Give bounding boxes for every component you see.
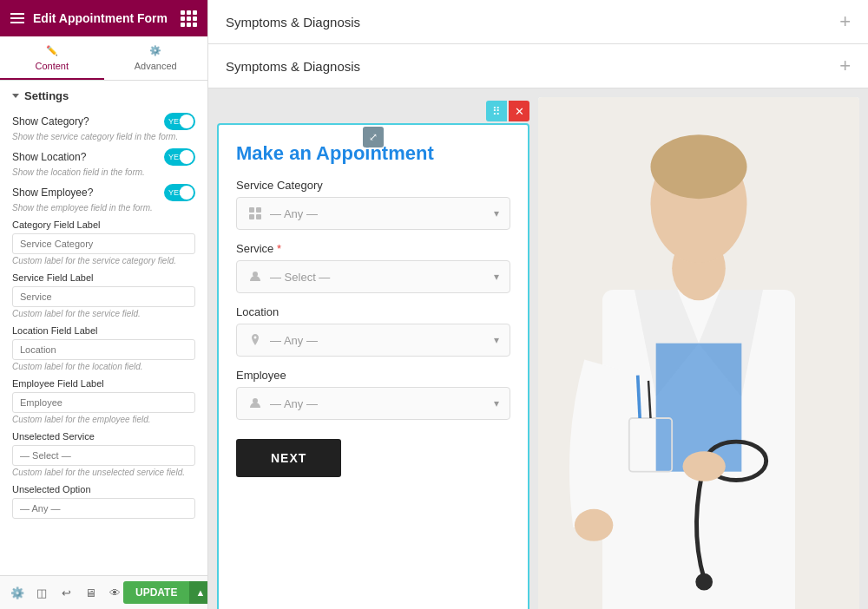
show-location-toggle[interactable]: YES xyxy=(164,148,195,166)
monitor-icon[interactable]: 🖥 xyxy=(82,584,99,601)
show-employee-hint: Show the employee field in the form. xyxy=(12,203,195,213)
show-employee-label: Show Employee? xyxy=(12,187,93,199)
pencil-icon: ✏️ xyxy=(45,43,59,57)
show-location-label-row: Show Location? YES xyxy=(12,148,195,166)
show-employee-row: Show Employee? YES Show the employee fie… xyxy=(12,184,195,213)
accordion-2-title: Symptoms & Diagnosis xyxy=(226,59,360,74)
svg-point-20 xyxy=(683,451,726,481)
employee-field-section: Employee Field Label Custom label for th… xyxy=(12,378,195,424)
accordion-1-title: Symptoms & Diagnosis xyxy=(226,15,360,29)
svg-rect-1 xyxy=(256,207,261,213)
app-title: Edit Appointment Form xyxy=(33,11,168,25)
accordion-2-header[interactable]: Symptoms & Diagnosis + xyxy=(208,44,868,88)
service-field-section: Service Field Label Custom label for the… xyxy=(12,272,195,318)
location-select[interactable]: — Any — ▾ xyxy=(236,324,510,357)
service-category-field: Service Category — Any — ▾ xyxy=(236,179,510,230)
show-location-hint: Show the location field in the form. xyxy=(12,167,195,177)
show-category-hint: Show the service category field in the f… xyxy=(12,132,195,141)
svg-point-19 xyxy=(575,509,613,541)
show-category-row: Show Category? YES Show the service cate… xyxy=(12,113,195,141)
employee-field: Employee — Any — ▾ xyxy=(236,369,510,420)
employee-field-hint: Custom label for the employee field. xyxy=(12,415,195,424)
show-category-toggle[interactable]: YES xyxy=(164,113,195,130)
category-field-title: Category Field Label xyxy=(12,219,195,230)
svg-rect-0 xyxy=(249,207,254,213)
show-location-label: Show Location? xyxy=(12,151,86,163)
move-button[interactable]: ⠿ xyxy=(486,101,507,121)
settings-icon[interactable]: ⚙️ xyxy=(9,584,26,601)
layers-icon[interactable]: ◫ xyxy=(33,584,50,601)
show-category-label: Show Category? xyxy=(12,115,89,128)
resize-button[interactable]: ⤢ xyxy=(363,127,384,147)
settings-title: Settings xyxy=(12,89,195,102)
undo-icon[interactable]: ↩ xyxy=(57,584,75,601)
show-category-label-row: Show Category? YES xyxy=(12,113,195,130)
next-button[interactable]: NEXT xyxy=(236,439,341,477)
service-select[interactable]: — Select — ▾ xyxy=(236,260,510,293)
category-chevron-icon: ▾ xyxy=(494,207,499,219)
unselected-service-hint: Custom label for the unselected service … xyxy=(12,468,195,477)
update-button[interactable]: UPDATE xyxy=(123,581,189,604)
resize-handle: ⤢ xyxy=(363,127,384,147)
sidebar-header-left: Edit Appointment Form xyxy=(10,11,168,25)
show-employee-label-row: Show Employee? YES xyxy=(12,184,195,201)
employee-select[interactable]: — Any — ▾ xyxy=(236,387,510,420)
show-employee-toggle[interactable]: YES xyxy=(164,184,195,201)
unselected-service-section: Unselected Service Custom label for the … xyxy=(12,431,195,477)
employee-field-title: Employee Field Label xyxy=(12,378,195,389)
employee-field-input[interactable] xyxy=(12,392,195,413)
unselected-option-input[interactable] xyxy=(12,498,195,519)
close-button[interactable]: ✕ xyxy=(509,101,529,121)
unselected-option-section: Unselected Option xyxy=(12,484,195,519)
location-icon xyxy=(247,332,263,348)
svg-point-12 xyxy=(695,573,713,591)
sidebar-tabs: ✏️ Content ⚙️ Advanced xyxy=(0,36,207,81)
service-category-label: Service Category xyxy=(236,179,510,192)
sidebar-header: Edit Appointment Form xyxy=(0,0,207,36)
employee-chevron-icon: ▾ xyxy=(494,397,499,409)
grid-icon[interactable] xyxy=(181,10,197,27)
service-label: Service * xyxy=(236,242,510,255)
sidebar: Edit Appointment Form ✏️ Content ⚙️ Adva… xyxy=(0,0,208,609)
update-arrow-button[interactable]: ▲ xyxy=(189,581,208,604)
svg-point-15 xyxy=(651,134,747,199)
location-field-section: Location Field Label Custom label for th… xyxy=(12,325,195,371)
category-field-input[interactable] xyxy=(12,233,195,254)
service-chevron-icon: ▾ xyxy=(494,271,499,283)
content-area: ⠿ ✕ ⤢ Make an Appointment Service Catego… xyxy=(208,88,868,609)
service-category-select[interactable]: — Any — ▾ xyxy=(236,197,510,230)
tab-advanced[interactable]: ⚙️ Advanced xyxy=(104,36,208,80)
location-field-input[interactable] xyxy=(12,339,195,360)
service-icon xyxy=(247,269,263,285)
eye-icon[interactable]: 👁 xyxy=(106,584,123,601)
settings-label: Settings xyxy=(24,89,69,102)
location-label: Location xyxy=(236,305,510,318)
category-field-section: Category Field Label Custom label for th… xyxy=(12,219,195,265)
svg-rect-3 xyxy=(256,214,261,219)
svg-line-17 xyxy=(638,376,640,418)
gear-icon: ⚙️ xyxy=(148,43,162,57)
location-field: Location — Any — ▾ xyxy=(236,305,510,357)
service-field-input[interactable] xyxy=(12,286,195,307)
sidebar-bottom: ⚙️ ◫ ↩ 🖥 👁 UPDATE ▲ xyxy=(0,575,207,609)
unselected-option-title: Unselected Option xyxy=(12,484,195,494)
location-field-title: Location Field Label xyxy=(12,325,195,336)
doctor-image xyxy=(538,97,859,609)
appointment-form-card: ⠿ ✕ ⤢ Make an Appointment Service Catego… xyxy=(217,123,529,609)
accordion-1-plus-icon: + xyxy=(839,10,851,33)
hamburger-icon[interactable] xyxy=(10,13,24,23)
bottom-icons: ⚙️ ◫ ↩ 🖥 👁 xyxy=(9,584,123,601)
accordion-1-header[interactable]: Symptoms & Diagnosis + xyxy=(208,0,868,43)
tab-advanced-label: Advanced xyxy=(135,61,177,71)
unselected-service-input[interactable] xyxy=(12,445,195,466)
main-content: Symptoms & Diagnosis + Symptoms & Diagno… xyxy=(208,0,868,609)
service-field-hint: Custom label for the service field. xyxy=(12,309,195,318)
employee-label: Employee xyxy=(236,369,510,382)
tab-content[interactable]: ✏️ Content xyxy=(0,36,104,80)
service-field: Service * — Select — ▾ xyxy=(236,242,510,293)
show-location-row: Show Location? YES Show the location fie… xyxy=(12,148,195,177)
accordion-2: Symptoms & Diagnosis + xyxy=(208,44,868,88)
service-field-title: Service Field Label xyxy=(12,272,195,283)
svg-rect-2 xyxy=(249,214,254,219)
accordion-1: Symptoms & Diagnosis + xyxy=(208,0,868,44)
